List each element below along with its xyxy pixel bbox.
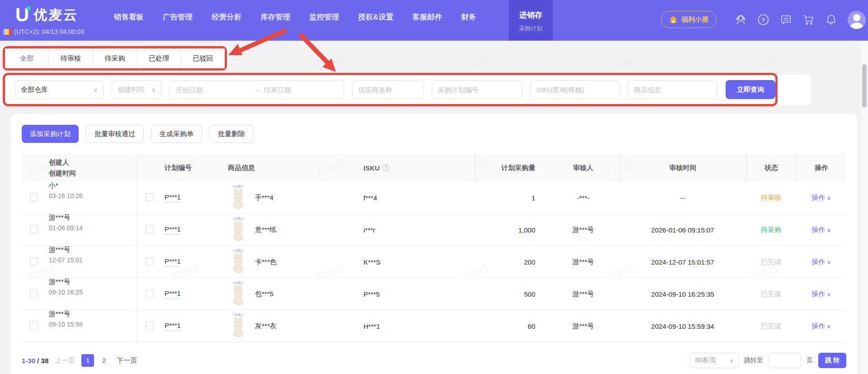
cart-icon[interactable] [802,14,815,26]
generate-po-button[interactable]: 生成采购单 [151,125,202,143]
row-checkbox[interactable] [30,257,38,265]
reviewer-cell: 游***号 [547,226,619,234]
nav-item[interactable]: 库存管理 [260,12,290,28]
status-tab[interactable]: 已驳回 [181,48,225,68]
created-time: 01-06 09:14 [49,225,135,232]
plan-no-link[interactable]: P***1 [165,289,181,299]
product-image[interactable]: U 优麦云 [228,185,249,210]
row-action-dropdown[interactable]: 操作∨ [811,226,831,233]
creator-cell: 游***号 01-06 09:14 [47,214,137,246]
row-select-cell [22,193,47,203]
row-checkbox[interactable] [30,322,38,330]
status-tab[interactable]: 已处理 [137,48,181,68]
plan-checkbox[interactable] [146,225,154,233]
plan-no-link[interactable]: P***1 [165,193,181,203]
nav-item[interactable]: 广告管理 [163,12,193,28]
batch-approve-button[interactable]: 批量审核通过 [86,125,144,143]
nav-item[interactable]: 经营分析 [212,12,241,28]
search-now-button[interactable]: 立即查询 [726,80,775,99]
creator-name: 游***号 [49,310,135,318]
plan-select-cell [137,257,163,267]
creator-cell: 游***号 12-07 15:01 [47,246,137,278]
nav-item[interactable]: 销售看板 [114,12,144,28]
created-time: 09-10 15:58 [49,321,135,328]
isku-info-icon[interactable]: ? [382,164,390,171]
reviewer-cell: 游***号 [547,290,619,298]
help-icon[interactable]: ? [757,14,769,26]
plan-no-link[interactable]: P***1 [165,225,181,235]
nav-item[interactable]: 财务 [461,12,476,28]
prev-page-button[interactable]: 上一页 [55,356,75,365]
next-page-button[interactable]: 下一页 [117,356,137,365]
page-number-button[interactable]: 1 [81,354,94,367]
chevron-down-icon: ∨ [827,195,831,201]
created-time: 03-16 10:26 [49,193,135,199]
feedback-message-icon[interactable] [780,14,792,26]
status-tab[interactable]: 全部 [5,48,49,68]
support-headset-icon[interactable] [735,14,747,26]
isku-cell: H***1 [362,322,475,330]
jump-go-button[interactable]: 跳 转 [818,353,846,368]
isku-cell: f***4 [362,194,475,202]
product-name: 意***纸 [255,226,277,234]
row-action-dropdown[interactable]: 操作∨ [811,290,831,298]
status-tab[interactable]: 待审核 [49,48,93,68]
status-badge: 待审核 [746,194,796,202]
plan-no-link[interactable]: P***1 [165,322,181,331]
purchase-plan-panel: 添加采购计划 批量审核通过 生成采购单 批量删除 创建人 创建时间 计划编号 商… [11,114,857,374]
user-avatar[interactable] [848,11,866,29]
isku-search-input[interactable] [530,80,620,99]
qty-cell: 1,000 [475,226,547,234]
batch-delete-button[interactable]: 批量删除 [209,125,254,143]
purchase-plan-no-input[interactable] [432,80,522,99]
status-tab[interactable]: 待采购 [93,48,137,68]
avatar-body-shape [850,23,863,29]
plan-no-link[interactable]: P***1 [165,257,181,267]
nav-item[interactable]: 授权&设置 [358,12,393,28]
plan-checkbox[interactable] [146,322,154,330]
created-time: 09-10 16:25 [49,289,135,296]
plan-checkbox[interactable] [146,257,154,265]
row-checkbox[interactable] [30,289,38,298]
nav-item-active-jinxiaocun[interactable]: 进销存 采购计划 [509,0,553,41]
welfare-house-button[interactable]: 福利小屋 [661,11,717,28]
reviewer-cell: -***- [547,194,619,202]
product-image[interactable]: U 优麦云 [228,249,249,275]
product-image[interactable]: U 优麦云 [228,281,249,307]
product-image[interactable]: U 优麦云 [228,313,249,339]
nav-item[interactable]: 客服邮件 [412,12,442,28]
creator-cell: 小* 03-16 10:26 [47,182,137,213]
page-number-button[interactable]: 2 [98,354,110,367]
product-cell: U 优麦云 手***4 [226,185,362,210]
chevron-down-icon: ∨ [94,86,98,93]
row-select-cell [22,289,47,299]
creator-cell: 游***号 09-10 15:58 [47,310,137,342]
product-image[interactable]: U 优麦云 [228,217,249,242]
page-size-select[interactable]: 30条/页 ∨ [690,353,739,368]
row-action-dropdown[interactable]: 操作∨ [811,322,831,330]
row-checkbox[interactable] [30,225,38,233]
warehouse-select[interactable]: 全部仓库 ∨ [15,80,104,99]
date-range-picker[interactable]: → [170,80,344,99]
page-scrollbar[interactable] [861,41,868,374]
plan-checkbox[interactable] [146,289,154,298]
jump-page-input[interactable] [769,353,801,368]
plan-select-cell [137,322,163,331]
row-action-dropdown[interactable]: 操作∨ [811,258,831,265]
creator-name: 游***号 [49,214,135,222]
pagination-bar: 1-30 / 38 上一页 12 下一页 30条/页 ∨ 跳转至 页 跳 转 [22,351,846,369]
start-date-input[interactable] [175,86,250,94]
end-date-input[interactable] [264,86,338,94]
row-checkbox[interactable] [30,193,38,201]
plan-checkbox[interactable] [146,193,154,201]
plan-no-cell: P***1 [163,225,226,235]
product-info-input[interactable] [628,80,717,99]
row-select-cell [22,225,47,235]
supplier-name-input[interactable] [352,80,424,99]
add-purchase-plan-button[interactable]: 添加采购计划 [22,125,79,143]
create-time-select[interactable]: 创建时间 ∨ [112,80,161,99]
scrollbar-thumb[interactable] [862,64,867,108]
row-action-dropdown[interactable]: 操作∨ [811,194,831,201]
nav-item[interactable]: 监控管理 [309,12,339,28]
notification-bell-icon[interactable] [825,14,837,26]
